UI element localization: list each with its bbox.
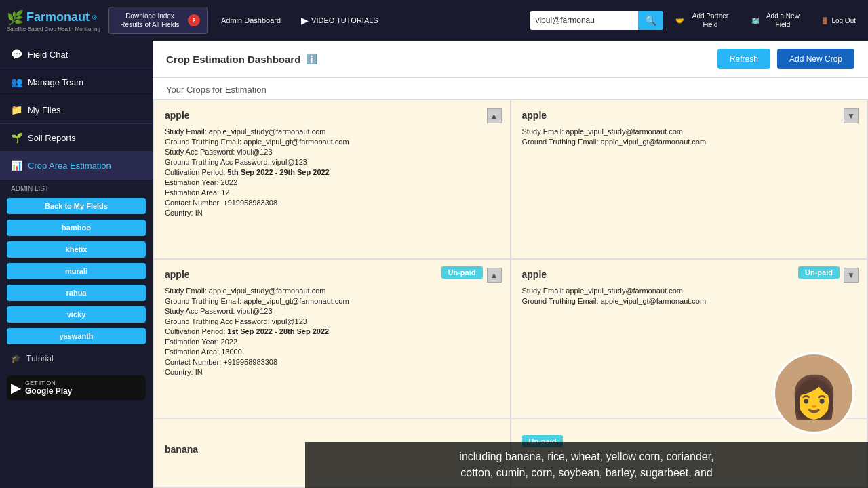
presenter-face: 👩 bbox=[789, 373, 840, 421]
card-4-ground-email: Ground Truthing Email: apple_vipul_gt@fa… bbox=[522, 297, 856, 305]
card-3-toggle-icon[interactable]: ▲ bbox=[487, 268, 502, 283]
card-1-country: Country: IN bbox=[165, 209, 499, 217]
download-index-button[interactable]: Download Index Results of All Fields 2 bbox=[108, 7, 208, 34]
card-1-study-email: Study Email: apple_vipul_study@farmonaut… bbox=[165, 127, 499, 136]
refresh-button[interactable]: Refresh bbox=[717, 49, 770, 69]
card-1-gt-pass: Ground Truthing Acc Password: vipul@123 bbox=[165, 158, 499, 166]
admin-user-yaswanth[interactable]: yaswanth bbox=[7, 328, 146, 344]
caption-line-1: including banana, rice, wheat, yellow co… bbox=[319, 449, 854, 465]
field-chat-icon: 💬 bbox=[11, 49, 22, 60]
google-play-title: Google Play bbox=[25, 386, 72, 396]
google-play-button[interactable]: ▶ GET IT ON Google Play bbox=[7, 375, 146, 400]
card-1-cultivation: Cultivation Period: 5th Sep 2022 - 29th … bbox=[165, 168, 499, 176]
subtitle-caption: including banana, rice, wheat, yellow co… bbox=[305, 442, 868, 488]
sidebar-label-field-chat: Field Chat bbox=[28, 49, 68, 60]
crops-label: Your Crops for Estimation bbox=[153, 78, 868, 99]
logo-leaf-icon: 🌿 bbox=[7, 9, 24, 26]
search-input[interactable] bbox=[530, 12, 638, 29]
add-partner-field-button[interactable]: 🤝 Add Partner Field bbox=[670, 9, 739, 32]
tutorial-icon: 🎓 bbox=[11, 354, 21, 363]
sidebar-label-my-files: My Files bbox=[28, 105, 60, 115]
sidebar-item-field-chat[interactable]: 💬 Field Chat bbox=[0, 41, 153, 68]
card-2-study-email: Study Email: apple_vipul_study@farmonaut… bbox=[522, 127, 856, 136]
card-1-est-year: Estimation Year: 2022 bbox=[165, 178, 499, 186]
google-play-icon: ▶ bbox=[11, 380, 21, 396]
logo-title: 🌿 Farmonaut® bbox=[7, 9, 102, 26]
manage-team-icon: 👥 bbox=[11, 77, 22, 87]
log-out-button[interactable]: 🚪 Log Out bbox=[815, 14, 861, 27]
soil-reports-icon: 🌱 bbox=[11, 132, 22, 143]
card-3-study-pass: Study Acc Password: vipul@123 bbox=[165, 307, 499, 315]
sidebar-item-manage-team[interactable]: 👥 Manage Team bbox=[0, 68, 153, 96]
card-3-gt-pass: Ground Truthing Acc Password: vipul@123 bbox=[165, 317, 499, 325]
crop-card-1: apple ▲ Study Email: apple_vipul_study@f… bbox=[154, 100, 510, 258]
card-1-title: apple bbox=[165, 110, 499, 121]
info-icon[interactable]: ℹ️ bbox=[306, 54, 317, 64]
card-1-contact: Contact Number: +919958983308 bbox=[165, 199, 499, 207]
card-3-study-email: Study Email: apple_vipul_study@farmonaut… bbox=[165, 287, 499, 295]
card-2-title: apple bbox=[522, 110, 856, 121]
ground-email-label: Ground Truthing Email: bbox=[165, 138, 243, 146]
crop-card-2: apple ▼ Study Email: apple_vipul_study@f… bbox=[511, 100, 867, 258]
tutorial-label: Tutorial bbox=[26, 354, 54, 363]
partner-icon: 🤝 bbox=[675, 17, 684, 24]
logout-icon: 🚪 bbox=[821, 17, 829, 24]
logo-area: 🌿 Farmonaut® Satellite Based Crop Health… bbox=[7, 9, 102, 32]
search-bar: 🔍 bbox=[530, 11, 663, 30]
card-2-ground-email: Ground Truthing Email: apple_vipul_gt@fa… bbox=[522, 138, 856, 146]
card-3-unpaid-badge: Un-paid bbox=[441, 266, 483, 279]
logo-subtitle: Satellite Based Crop Health Monitoring bbox=[7, 26, 102, 32]
main-header-left: Crop Estimation Dashboard ℹ️ bbox=[166, 54, 317, 65]
admin-user-murali[interactable]: murali bbox=[7, 263, 146, 279]
card-1-ground-email: Ground Truthing Email: apple_vipul_gt@fa… bbox=[165, 138, 499, 146]
card-3-est-area: Estimation Area: 13000 bbox=[165, 348, 499, 356]
video-tutorials-button[interactable]: ▶ VIDEO TUTORIALS bbox=[294, 10, 385, 30]
navbar: 🌿 Farmonaut® Satellite Based Crop Health… bbox=[0, 0, 868, 41]
card-2-toggle-icon[interactable]: ▼ bbox=[844, 108, 859, 123]
tutorial-item[interactable]: 🎓 Tutorial bbox=[0, 347, 153, 370]
sidebar-item-my-files[interactable]: 📁 My Files bbox=[0, 96, 153, 124]
crops-grid: apple ▲ Study Email: apple_vipul_study@f… bbox=[153, 99, 868, 488]
add-new-field-button[interactable]: 🗺️ Add a New Field bbox=[746, 9, 808, 32]
crop-card-3: apple ▲ Un-paid Study Email: apple_vipul… bbox=[154, 260, 510, 418]
crop-estimation-icon: 📊 bbox=[11, 160, 22, 171]
card-3-est-year: Estimation Year: 2022 bbox=[165, 338, 499, 346]
google-play-get-it-on: GET IT ON bbox=[25, 380, 72, 386]
card-4-unpaid-badge: Un-paid bbox=[798, 266, 840, 279]
card-1-toggle-icon[interactable]: ▲ bbox=[487, 108, 502, 123]
header-actions: Refresh Add New Crop bbox=[717, 49, 854, 69]
sidebar-item-crop-area-estimation[interactable]: 📊 Crop Area Estimation bbox=[0, 152, 153, 180]
download-badge: 2 bbox=[188, 14, 200, 26]
card-3-contact: Contact Number: +919958983308 bbox=[165, 358, 499, 366]
video-icon: ▶ bbox=[301, 14, 309, 26]
download-label: Download Index Results of All Fields bbox=[116, 12, 184, 29]
card-3-country: Country: IN bbox=[165, 368, 499, 376]
add-new-crop-button[interactable]: Add New Crop bbox=[777, 49, 854, 69]
admin-user-bamboo[interactable]: bamboo bbox=[7, 220, 146, 236]
admin-dashboard-button[interactable]: Admin Dashboard bbox=[214, 12, 288, 29]
card-4-toggle-icon[interactable]: ▼ bbox=[844, 268, 859, 283]
back-to-my-fields-button[interactable]: Back to My Fields bbox=[7, 198, 146, 214]
admin-list-label: Admin List bbox=[0, 180, 153, 195]
card-3-cultivation: Cultivation Period: 1st Sep 2022 - 28th … bbox=[165, 327, 499, 336]
my-files-icon: 📁 bbox=[11, 104, 22, 115]
sidebar-label-soil-reports: Soil Reports bbox=[28, 133, 76, 143]
admin-user-vicky[interactable]: vicky bbox=[7, 306, 146, 323]
study-email-label: Study Email: bbox=[165, 127, 209, 136]
presenter-thumbnail: 👩 bbox=[773, 352, 854, 434]
card-3-ground-email: Ground Truthing Email: apple_vipul_gt@fa… bbox=[165, 297, 499, 305]
admin-user-khetix[interactable]: khetix bbox=[7, 241, 146, 258]
card-4-study-email: Study Email: apple_vipul_study@farmonaut… bbox=[522, 287, 856, 295]
caption-line-2: cotton, cumin, corn, soybean, barley, su… bbox=[319, 465, 854, 481]
sidebar-item-soil-reports[interactable]: 🌱 Soil Reports bbox=[0, 124, 153, 152]
admin-user-rahua[interactable]: rahua bbox=[7, 285, 146, 301]
search-button[interactable]: 🔍 bbox=[638, 11, 663, 30]
sidebar: 💬 Field Chat 👥 Manage Team 📁 My Files 🌱 … bbox=[0, 41, 153, 488]
sidebar-label-manage-team: Manage Team bbox=[28, 77, 83, 87]
main-content: Crop Estimation Dashboard ℹ️ Refresh Add… bbox=[153, 41, 868, 488]
main-header: Crop Estimation Dashboard ℹ️ Refresh Add… bbox=[153, 41, 868, 78]
layout: 💬 Field Chat 👥 Manage Team 📁 My Files 🌱 … bbox=[0, 41, 868, 488]
sidebar-label-crop-area-estimation: Crop Area Estimation bbox=[28, 161, 111, 171]
card-1-est-area: Estimation Area: 12 bbox=[165, 188, 499, 197]
card-1-study-pass: Study Acc Password: vipul@123 bbox=[165, 148, 499, 156]
